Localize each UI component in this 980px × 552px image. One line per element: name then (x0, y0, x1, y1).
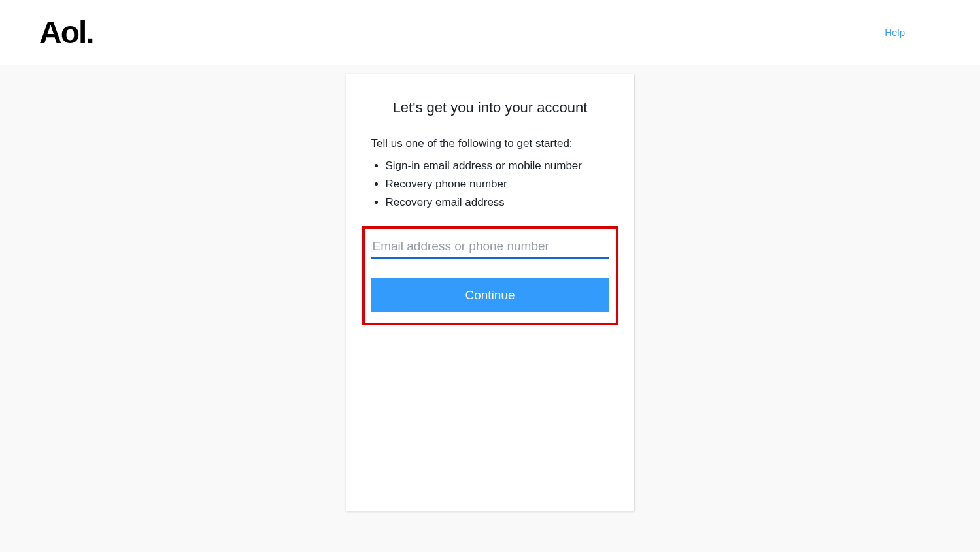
page-header: Aol. Help (0, 0, 980, 65)
help-link[interactable]: Help (885, 27, 905, 38)
card-bullet-list: Sign-in email address or mobile number R… (371, 157, 609, 212)
list-item: Sign-in email address or mobile number (386, 157, 609, 175)
card-title: Let's get you into your account (371, 99, 609, 116)
list-item: Recovery phone number (386, 175, 609, 193)
continue-button[interactable]: Continue (371, 278, 609, 312)
highlight-annotation: Continue (362, 226, 618, 325)
card-subtitle: Tell us one of the following to get star… (371, 137, 609, 150)
list-item: Recovery email address (386, 193, 609, 212)
email-or-phone-input[interactable] (371, 235, 609, 259)
aol-logo: Aol. (39, 14, 93, 50)
main-content: Let's get you into your account Tell us … (0, 65, 980, 511)
recovery-card: Let's get you into your account Tell us … (346, 74, 634, 511)
